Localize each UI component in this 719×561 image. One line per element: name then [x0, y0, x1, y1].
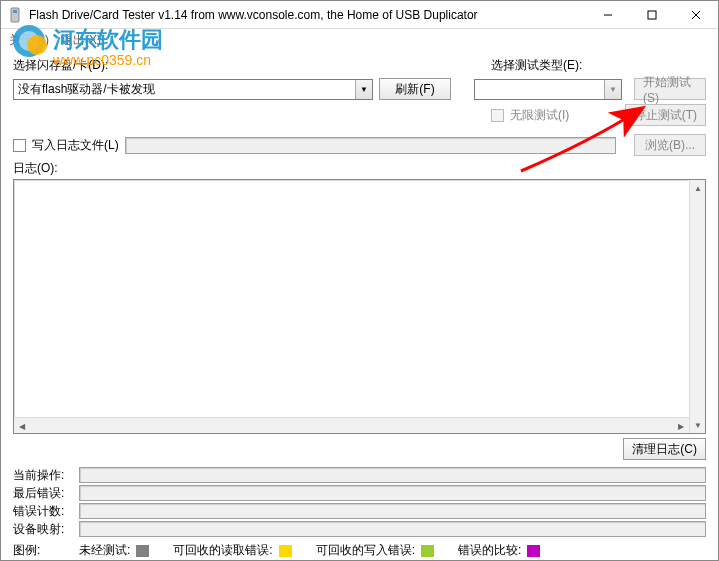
device-map-label: 设备映射: [13, 521, 73, 538]
scrollbar-vertical[interactable]: ▲ ▼ [689, 180, 705, 433]
chevron-down-icon: ▼ [604, 80, 621, 99]
svg-rect-3 [648, 11, 656, 19]
select-test-type-label: 选择测试类型(E): [491, 57, 641, 74]
svg-rect-1 [13, 10, 17, 13]
scroll-left-icon[interactable]: ◀ [14, 418, 30, 434]
legend-untested-label: 未经测试: [79, 542, 130, 559]
minimize-button[interactable] [586, 1, 630, 28]
clear-log-button[interactable]: 清理日志(C) [623, 438, 706, 460]
legend-bad-compare-label: 错误的比较: [458, 542, 521, 559]
swatch-rec-read [279, 545, 292, 557]
menu-exit[interactable]: 退出(X) [61, 32, 101, 49]
log-label: 日志(O): [13, 160, 706, 177]
log-file-path-field [125, 137, 616, 154]
menu-about[interactable]: 关于(A) [9, 32, 49, 49]
window-title: Flash Drive/Card Tester v1.14 from www.v… [29, 8, 586, 22]
error-count-label: 错误计数: [13, 503, 73, 520]
close-icon [691, 10, 701, 20]
last-error-field [79, 485, 706, 501]
refresh-button[interactable]: 刷新(F) [379, 78, 451, 100]
titlebar: Flash Drive/Card Tester v1.14 from www.v… [1, 1, 718, 29]
drive-select-combo[interactable]: 没有flash驱动器/卡被发现 ▼ [13, 79, 373, 100]
maximize-icon [647, 10, 657, 20]
stop-test-button[interactable]: 停止测试(T) [625, 104, 706, 126]
drive-select-value: 没有flash驱动器/卡被发现 [18, 81, 355, 98]
legend-rec-write-label: 可回收的写入错误: [316, 542, 415, 559]
write-log-label: 写入日志文件(L) [32, 137, 119, 154]
current-operation-field [79, 467, 706, 483]
error-count-field [79, 503, 706, 519]
scrollbar-horizontal[interactable]: ◀ ▶ [14, 417, 689, 433]
legend-label: 图例: [13, 542, 73, 559]
current-operation-label: 当前操作: [13, 467, 73, 484]
scroll-up-icon[interactable]: ▲ [690, 180, 706, 196]
close-button[interactable] [674, 1, 718, 28]
maximize-button[interactable] [630, 1, 674, 28]
menubar: 关于(A) 退出(X) [1, 29, 718, 51]
browse-button[interactable]: 浏览(B)... [634, 134, 706, 156]
unlimited-test-label: 无限测试(I) [510, 107, 569, 124]
start-test-button[interactable]: 开始测试(S) [634, 78, 706, 100]
last-error-label: 最后错误: [13, 485, 73, 502]
minimize-icon [603, 10, 613, 20]
swatch-bad-compare [527, 545, 540, 557]
unlimited-test-checkbox [491, 109, 504, 122]
select-drive-label: 选择闪存盘/卡(D): [13, 57, 453, 74]
chevron-down-icon: ▼ [355, 80, 372, 99]
swatch-rec-write [421, 545, 434, 557]
swatch-untested [136, 545, 149, 557]
device-map-field [79, 521, 706, 537]
scroll-right-icon[interactable]: ▶ [673, 418, 689, 434]
test-type-combo[interactable]: ▼ [474, 79, 622, 100]
app-icon [7, 7, 23, 23]
legend-rec-read-label: 可回收的读取错误: [173, 542, 272, 559]
log-textarea[interactable]: ▲ ▼ ◀ ▶ [13, 179, 706, 434]
write-log-checkbox[interactable] [13, 139, 26, 152]
scroll-down-icon[interactable]: ▼ [690, 417, 706, 433]
